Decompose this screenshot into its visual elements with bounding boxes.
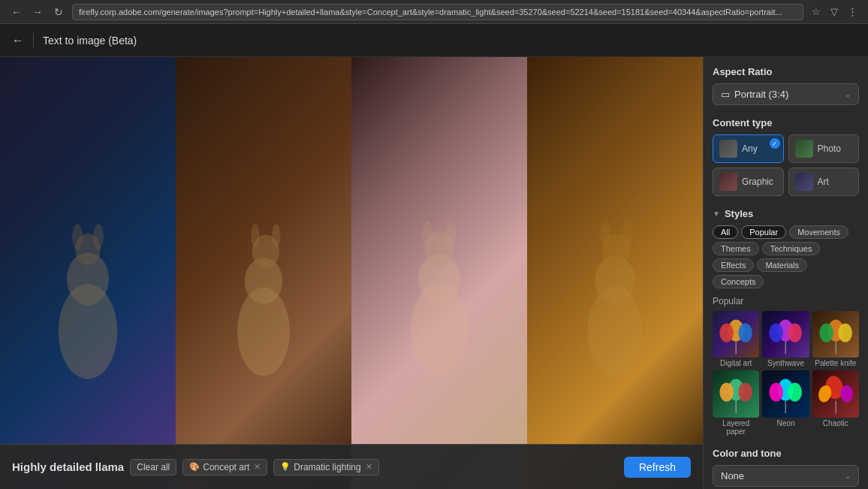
content-type-any[interactable]: Any ✓ — [713, 134, 784, 163]
filter-movements[interactable]: Movements — [789, 225, 848, 239]
tag-dramatic-lighting[interactable]: 💡 Dramatic lighting ✕ — [273, 459, 378, 475]
synthwave-label: Synthwave — [767, 359, 804, 367]
tag-concept-art[interactable]: 🎨 Concept art ✕ — [182, 459, 267, 475]
portrait-icon: ▭ — [721, 89, 730, 100]
browser-chrome: ← → ↻ firefly.corp.adobe.com/generate/im… — [0, 0, 868, 24]
content-type-grid: Any ✓ Photo Graphic Art — [713, 134, 859, 196]
filter-themes[interactable]: Themes — [713, 242, 759, 255]
filter-concepts[interactable]: Concepts — [713, 275, 764, 288]
filter-techniques[interactable]: Techniques — [762, 242, 821, 255]
color-tone-chevron: ⌄ — [845, 472, 851, 480]
style-grid: Digital art Synthwave — [713, 311, 859, 436]
content-type-photo[interactable]: Photo — [788, 134, 860, 163]
filter-effects[interactable]: Effects — [713, 258, 754, 272]
llama-silhouette-4 — [562, 122, 668, 489]
svg-point-3 — [72, 225, 83, 250]
prompt-text: Highly detailed llama — [12, 460, 124, 473]
svg-point-13 — [423, 221, 433, 246]
color-tone-dropdown[interactable]: None ⌄ — [713, 465, 859, 487]
filter-tags: All Popular Movements Themes Techniques … — [713, 225, 859, 288]
aspect-ratio-section: Aspect Ratio ▭ Portrait (3:4) ⌄ — [713, 66, 859, 105]
neon-thumb — [762, 370, 809, 417]
prompt-bar: Highly detailed llama Clear all 🎨 Concep… — [0, 444, 703, 489]
svg-point-19 — [622, 222, 633, 248]
app-header: ← Text to image (Beta) — [0, 24, 868, 57]
color-tone-title: Color and tone — [713, 448, 859, 459]
content-type-section: Content type Any ✓ Photo Graphic — [713, 117, 859, 196]
styles-title: Styles — [725, 208, 753, 219]
svg-point-30 — [838, 324, 852, 343]
image-cell-2[interactable] — [176, 57, 351, 489]
palette-knife-label: Palette knife — [815, 359, 856, 367]
refresh-button[interactable]: Refresh — [624, 457, 691, 478]
image-cell-1[interactable] — [0, 57, 176, 489]
main-content: Highly detailed llama Clear all 🎨 Concep… — [0, 57, 868, 489]
any-thumb — [719, 140, 737, 158]
svg-point-33 — [719, 383, 734, 402]
style-neon[interactable]: Neon — [762, 370, 809, 435]
dramatic-lighting-tag-icon: 💡 — [280, 462, 291, 472]
tag-clear-all[interactable]: Clear all — [130, 459, 176, 475]
svg-point-25 — [770, 324, 784, 343]
llama-silhouette-3 — [387, 122, 492, 489]
svg-point-26 — [788, 324, 803, 343]
styles-header[interactable]: ▼ Styles — [713, 208, 859, 219]
right-panel: Aspect Ratio ▭ Portrait (3:4) ⌄ Content … — [703, 57, 868, 489]
palette-knife-svg — [812, 311, 859, 358]
layered-paper-thumb — [713, 370, 759, 417]
image-cell-3[interactable] — [351, 57, 527, 489]
filter-all[interactable]: All — [713, 225, 738, 239]
art-thumb — [795, 173, 813, 191]
svg-point-37 — [770, 383, 784, 402]
nav-forward-button[interactable]: → — [30, 5, 45, 20]
svg-point-8 — [251, 225, 259, 248]
bookmark-icon[interactable]: ☆ — [809, 5, 823, 19]
color-tone-section: Color and tone None ⌄ — [713, 448, 859, 487]
url-bar[interactable]: firefly.corp.adobe.com/generate/images?p… — [72, 4, 803, 20]
svg-point-4 — [93, 225, 104, 250]
image-cell-4[interactable] — [527, 57, 703, 489]
aspect-ratio-left: ▭ Portrait (3:4) — [721, 89, 788, 100]
layered-paper-label: Layered paper — [713, 419, 759, 436]
popular-label: Popular — [713, 296, 859, 306]
clear-all-label: Clear all — [137, 462, 170, 472]
style-palette-knife[interactable]: Palette knife — [812, 311, 859, 367]
digital-art-label: Digital art — [720, 359, 752, 367]
nav-refresh-button[interactable]: ↻ — [51, 5, 66, 20]
llama-silhouette-2 — [211, 122, 316, 489]
synthwave-thumb — [762, 311, 809, 358]
style-digital-art[interactable]: Digital art — [713, 311, 759, 367]
app-back-button[interactable]: ← — [12, 34, 24, 47]
graphic-label: Graphic — [742, 177, 773, 187]
llama-silhouette-1 — [35, 122, 140, 489]
concept-art-tag-close[interactable]: ✕ — [254, 462, 261, 472]
svg-point-9 — [272, 225, 280, 248]
svg-point-21 — [719, 324, 734, 343]
neon-label: Neon — [777, 419, 795, 427]
style-chaotic[interactable]: Chaotic — [812, 370, 859, 435]
aspect-ratio-dropdown[interactable]: ▭ Portrait (3:4) ⌄ — [713, 83, 859, 105]
aspect-ratio-value: Portrait (3:4) — [734, 89, 788, 100]
svg-point-29 — [819, 324, 833, 343]
aspect-ratio-title: Aspect Ratio — [713, 66, 859, 77]
svg-point-34 — [738, 383, 752, 402]
dramatic-lighting-tag-close[interactable]: ✕ — [366, 462, 372, 472]
styles-section: ▼ Styles All Popular Movements Themes Te… — [713, 208, 859, 436]
concept-art-tag-label: Concept art — [203, 462, 249, 472]
nav-back-button[interactable]: ← — [9, 5, 24, 20]
style-synthwave[interactable]: Synthwave — [762, 311, 809, 367]
digital-art-svg — [713, 311, 759, 358]
menu-icon[interactable]: ⋮ — [845, 5, 859, 19]
content-type-art[interactable]: Art — [788, 168, 860, 196]
neon-svg — [762, 370, 809, 417]
filter-popular[interactable]: Popular — [741, 225, 786, 239]
chaotic-thumb — [812, 370, 859, 417]
svg-point-22 — [738, 324, 752, 343]
filter-materials[interactable]: Materials — [757, 258, 807, 272]
extension-icon[interactable]: ▽ — [827, 5, 841, 19]
styles-collapse-icon: ▼ — [713, 210, 720, 218]
content-type-graphic[interactable]: Graphic — [713, 168, 784, 196]
style-layered-paper[interactable]: Layered paper — [713, 370, 759, 435]
graphic-thumb — [719, 173, 737, 191]
digital-art-thumb — [713, 311, 759, 358]
